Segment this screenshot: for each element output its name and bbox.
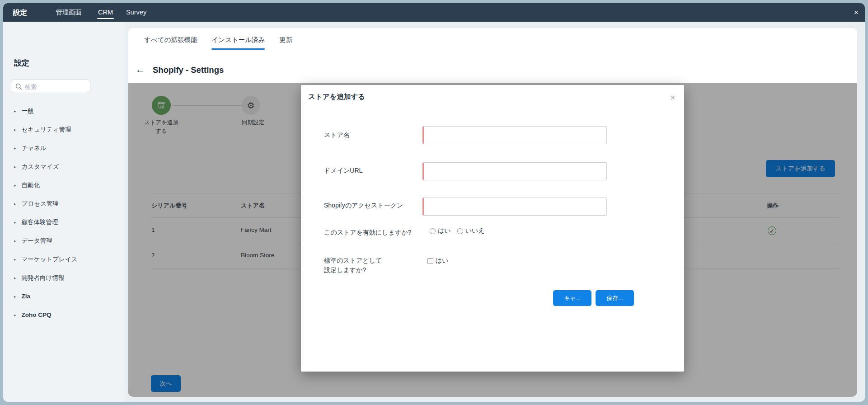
caret-right-icon: ▸ xyxy=(14,294,16,299)
sidebar-menu: ▸一般 ▸セキュリティ管理 ▸チャネル ▸カスタマイズ ▸自動化 ▸プロセス管理… xyxy=(3,101,125,324)
sidebar-title: 設定 xyxy=(14,58,29,68)
sidebar-item-channels[interactable]: ▸チャネル xyxy=(3,138,125,157)
caret-right-icon: ▸ xyxy=(14,239,16,243)
radio-option-yes[interactable]: はい xyxy=(430,227,451,235)
radio-option-no[interactable]: いいえ xyxy=(457,227,485,235)
sidebar-item-data[interactable]: ▸データ管理 xyxy=(3,231,125,250)
cancel-button[interactable]: キャ... xyxy=(553,290,591,306)
store-name-input[interactable] xyxy=(422,126,607,144)
sidebar-item-process[interactable]: ▸プロセス管理 xyxy=(3,194,125,212)
sidebar-item-customization[interactable]: ▸カスタマイズ xyxy=(3,157,125,175)
checkbox-option-yes[interactable]: はい xyxy=(427,257,449,265)
sidebar-item-general[interactable]: ▸一般 xyxy=(3,101,125,120)
radio-icon[interactable] xyxy=(430,228,436,234)
caret-right-icon: ▸ xyxy=(14,165,16,169)
nav-item-admin[interactable]: 管理画面 xyxy=(56,3,82,22)
sidebar-item-security[interactable]: ▸セキュリティ管理 xyxy=(3,120,125,138)
radio-icon[interactable] xyxy=(457,228,463,234)
sidebar-item-zia[interactable]: ▸Zia xyxy=(3,287,125,305)
close-icon[interactable]: × xyxy=(854,3,859,22)
default-store-checkbox-group: はい xyxy=(427,257,449,265)
caret-right-icon: ▸ xyxy=(14,276,16,280)
tab-installed[interactable]: インストール済み xyxy=(211,36,265,50)
enable-store-radio-group: はい いいえ xyxy=(430,227,485,235)
sidebar-item-developer[interactable]: ▸開発者向け情報 xyxy=(3,268,125,287)
caret-right-icon: ▸ xyxy=(14,127,16,132)
domain-url-label: ドメインURL xyxy=(324,167,362,175)
checkbox-icon[interactable] xyxy=(427,258,433,264)
sidebar-item-zoho-cpq[interactable]: ▸Zoho CPQ xyxy=(3,305,125,324)
default-store-question: 標準のストアとして 設定しますか? xyxy=(324,256,382,275)
sidebar-item-cx[interactable]: ▸顧客体験管理 xyxy=(3,212,125,231)
screenshot-stage: 設定 管理画面 CRM Survey × 設定 ▸一般 ▸セキュリティ管理 ▸チ… xyxy=(0,0,868,405)
tab-updates[interactable]: 更新 xyxy=(279,36,292,50)
caret-right-icon: ▸ xyxy=(14,146,16,151)
back-arrow-icon[interactable]: ← xyxy=(136,64,145,75)
caret-right-icon: ▸ xyxy=(14,220,16,225)
caret-right-icon: ▸ xyxy=(14,257,16,262)
access-token-input[interactable] xyxy=(422,198,607,216)
add-store-modal: ストアを追加する × ストア名 ドメインURL Shopifyのアクセストークン… xyxy=(301,85,684,372)
search-input[interactable] xyxy=(24,80,89,93)
domain-url-input[interactable] xyxy=(422,162,607,180)
enable-store-question: このストアを有効にしますか? xyxy=(324,229,411,237)
navbar-brand: 設定 xyxy=(13,3,27,22)
tab-all-extensions[interactable]: すべての拡張機能 xyxy=(144,36,197,50)
caret-right-icon: ▸ xyxy=(14,313,16,317)
app-window: 設定 管理画面 CRM Survey × 設定 ▸一般 ▸セキュリティ管理 ▸チ… xyxy=(3,3,865,402)
nav-item-survey[interactable]: Survey xyxy=(126,3,146,22)
top-navbar: 設定 管理画面 CRM Survey × xyxy=(3,3,865,22)
access-token-label: Shopifyのアクセストークン xyxy=(324,202,403,210)
store-name-label: ストア名 xyxy=(324,131,350,139)
sidebar-search[interactable] xyxy=(11,80,90,93)
save-button[interactable]: 保存... xyxy=(596,290,634,306)
caret-right-icon: ▸ xyxy=(14,109,16,113)
modal-close-icon[interactable]: × xyxy=(670,93,675,103)
nav-item-crm[interactable]: CRM xyxy=(98,3,113,22)
settings-sidebar: 設定 ▸一般 ▸セキュリティ管理 ▸チャネル ▸カスタマイズ ▸自動化 ▸プロセ… xyxy=(3,22,125,402)
sidebar-item-marketplace[interactable]: ▸マーケットプレイス xyxy=(3,250,125,268)
caret-right-icon: ▸ xyxy=(14,202,16,206)
extension-tabs: すべての拡張機能 インストール済み 更新 xyxy=(144,36,292,50)
caret-right-icon: ▸ xyxy=(14,183,16,188)
page-title: Shopify - Settings xyxy=(153,65,224,75)
modal-title: ストアを追加する xyxy=(308,92,365,102)
sidebar-item-automation[interactable]: ▸自動化 xyxy=(3,175,125,194)
search-icon xyxy=(15,83,22,90)
